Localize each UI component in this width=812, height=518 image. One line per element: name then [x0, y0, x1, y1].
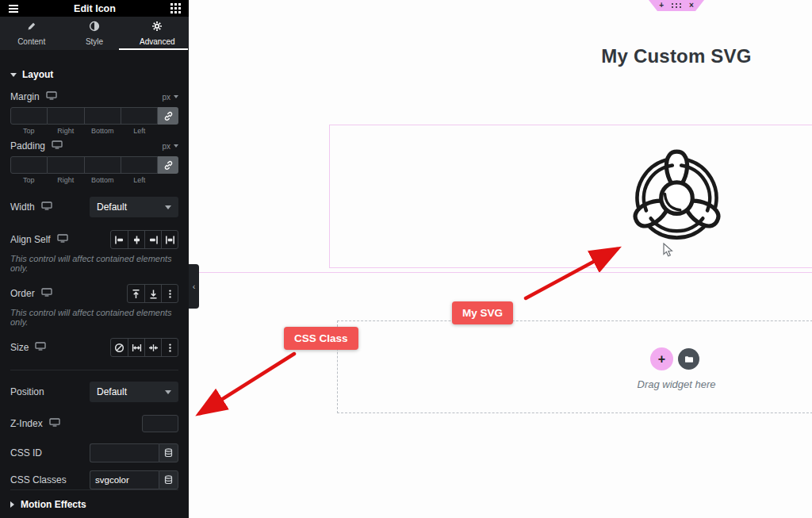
section-motion-effects[interactable]: Motion Effects [10, 489, 178, 518]
section-edit-handle: + × [649, 0, 704, 11]
margin-top-input[interactable] [11, 108, 47, 124]
drop-zone[interactable] [337, 320, 812, 413]
add-widget-button[interactable]: + [650, 347, 673, 370]
order-last-icon[interactable] [144, 285, 161, 302]
icon-widget-container[interactable] [329, 125, 812, 268]
responsive-monitor-icon[interactable] [41, 288, 52, 299]
align-self-note: This control will affect contained eleme… [10, 254, 178, 273]
responsive-monitor-icon[interactable] [57, 234, 68, 245]
z-index-control-row: Z-Index [10, 415, 178, 432]
panel-tabs: Content Style Advanced [0, 17, 189, 50]
order-first-icon[interactable] [128, 285, 144, 302]
padding-control-row: Padding px [10, 140, 178, 152]
order-options [127, 284, 178, 303]
width-label: Width [10, 201, 35, 213]
margin-bottom-input[interactable] [85, 108, 121, 124]
align-start-icon[interactable] [111, 231, 128, 248]
size-grow-icon[interactable] [128, 339, 144, 356]
settings-panel: Edit Icon Content Style Advanced Layout [0, 0, 189, 518]
size-control-row: Size [10, 338, 178, 357]
order-custom-dots-icon[interactable] [161, 285, 178, 302]
heading-widget[interactable]: My Custom SVG [538, 45, 812, 67]
position-label: Position [10, 386, 44, 397]
section-layout[interactable]: Layout [10, 50, 178, 80]
align-stretch-icon[interactable] [161, 231, 178, 248]
padding-unit-select[interactable]: px [162, 142, 178, 151]
section-border-line [189, 272, 812, 273]
responsive-monitor-icon[interactable] [35, 342, 46, 353]
elementor-editor: Edit Icon Content Style Advanced Layout [0, 0, 812, 518]
margin-right-input[interactable] [48, 108, 83, 124]
order-label: Order [10, 288, 35, 299]
responsive-monitor-icon[interactable] [52, 140, 63, 152]
margin-unit-select[interactable]: px [162, 93, 178, 102]
position-select[interactable]: Default [90, 382, 178, 402]
margin-inputs [10, 107, 178, 125]
divider [10, 370, 178, 370]
padding-top-input[interactable] [11, 157, 47, 173]
link-values-icon[interactable] [158, 107, 178, 125]
tab-content[interactable]: Content [0, 17, 63, 50]
hamburger-menu-icon[interactable] [8, 4, 19, 13]
caret-down-icon [174, 144, 178, 148]
custom-svg-fan-icon[interactable] [627, 145, 726, 244]
margin-label: Margin [10, 91, 40, 102]
dynamic-tags-icon[interactable] [159, 443, 178, 462]
padding-right-input[interactable] [48, 157, 83, 173]
caret-right-icon [10, 501, 14, 508]
add-section-icon[interactable]: + [659, 2, 664, 10]
align-center-icon[interactable] [128, 231, 144, 248]
caret-down-icon [165, 390, 171, 394]
size-none-icon[interactable] [111, 339, 128, 356]
width-control-row: Width Default [10, 197, 178, 217]
annotation-css-class: CSS Class [284, 327, 358, 350]
position-control-row: Position Default [10, 382, 178, 402]
widgets-grid-icon[interactable] [170, 3, 181, 13]
padding-label: Padding [10, 140, 45, 152]
caret-down-icon [10, 73, 17, 77]
css-id-control-row: CSS ID [10, 443, 178, 462]
padding-inputs [10, 156, 178, 174]
link-values-icon[interactable] [158, 156, 178, 174]
dynamic-tags-icon[interactable] [159, 470, 178, 489]
tab-style[interactable]: Style [63, 17, 125, 50]
padding-bottom-input[interactable] [85, 157, 121, 173]
responsive-monitor-icon[interactable] [41, 201, 52, 213]
drag-widget-hint: Drag widget here [585, 378, 768, 390]
template-folder-button[interactable] [678, 348, 699, 370]
canvas-preview: + × My Custom SVG [189, 0, 812, 518]
css-classes-input[interactable] [90, 470, 159, 489]
caret-down-icon [165, 205, 171, 209]
size-label: Size [10, 342, 29, 353]
padding-sub-labels: TopRightBottomLeft [10, 176, 158, 184]
gear-icon [151, 21, 163, 35]
align-end-icon[interactable] [144, 231, 161, 248]
css-id-input[interactable] [90, 443, 159, 462]
annotation-my-svg: My SVG [452, 301, 513, 324]
align-self-control-row: Align Self [10, 230, 178, 249]
order-control-row: Order [10, 284, 178, 303]
width-select[interactable]: Default [90, 197, 178, 217]
panel-title: Edit Icon [74, 3, 116, 14]
panel-body: Layout Margin px TopRightBottomLeft Padd [0, 50, 189, 518]
size-custom-dots-icon[interactable] [161, 339, 178, 356]
padding-left-input[interactable] [121, 157, 157, 173]
size-shrink-icon[interactable] [144, 339, 161, 356]
margin-sub-labels: TopRightBottomLeft [10, 127, 158, 135]
tab-advanced[interactable]: Advanced [126, 17, 189, 50]
z-index-input[interactable] [142, 415, 178, 432]
order-note: This control will affect contained eleme… [10, 308, 178, 327]
align-self-label: Align Self [10, 234, 51, 245]
drag-section-dots-icon[interactable] [671, 2, 682, 9]
responsive-monitor-icon[interactable] [49, 418, 60, 429]
active-tab-underline [119, 48, 188, 50]
z-index-label: Z-Index [10, 418, 43, 429]
margin-left-input[interactable] [121, 108, 157, 124]
drop-zone-buttons: + [650, 347, 699, 370]
responsive-monitor-icon[interactable] [46, 91, 57, 102]
caret-down-icon [174, 95, 178, 98]
margin-control-row: Margin px [10, 91, 178, 102]
panel-collapse-chevron-icon[interactable] [189, 264, 199, 309]
half-circle-icon [89, 21, 100, 35]
delete-section-icon[interactable]: × [689, 2, 694, 10]
